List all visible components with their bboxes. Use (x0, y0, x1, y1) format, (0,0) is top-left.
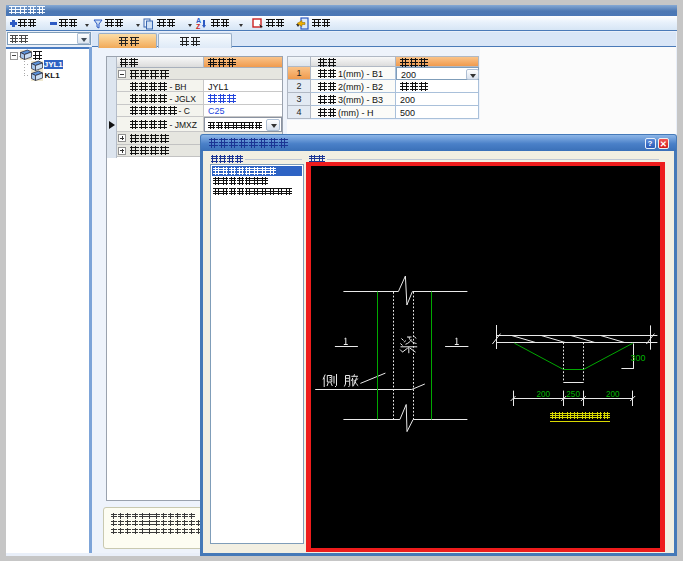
svg-text:200: 200 (536, 390, 550, 399)
svg-text:200: 200 (605, 390, 619, 399)
svg-text:250: 250 (566, 390, 580, 399)
svg-text:300: 300 (630, 353, 645, 363)
